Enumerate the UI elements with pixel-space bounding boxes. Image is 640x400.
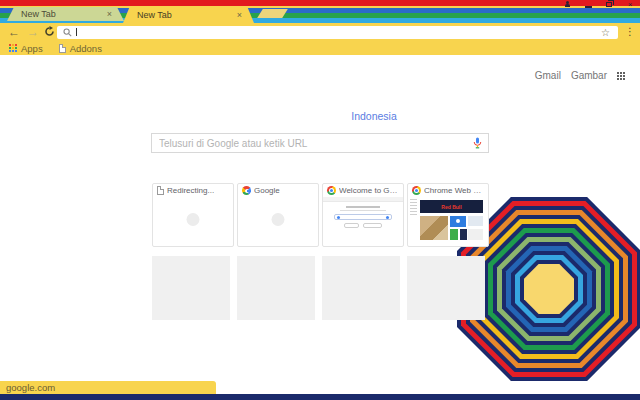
restore-button[interactable] <box>602 0 616 9</box>
bookmark-label: Apps <box>21 43 43 54</box>
grid-dot <box>617 75 619 77</box>
grid-dot <box>15 50 17 52</box>
minimize-icon <box>585 6 592 8</box>
empty-tile-slot <box>322 256 400 320</box>
grid-dot <box>15 44 17 46</box>
tab-close-icon[interactable]: × <box>107 9 112 19</box>
back-button[interactable]: ← <box>8 24 20 40</box>
most-visited-tile[interactable]: Chrome Web Store Red Bull <box>407 183 489 247</box>
window-bottom-edge <box>0 394 640 400</box>
microphone-icon[interactable] <box>473 137 482 149</box>
tab-title: New Tab <box>123 10 237 20</box>
preview-image <box>450 216 466 227</box>
browser-window: × New Tab × New Tab × ← → ☆ ⋮ Apps <box>0 0 640 400</box>
menu-icon[interactable]: ⋮ <box>625 25 635 39</box>
search-icon <box>63 28 72 37</box>
grid-dot <box>12 44 14 46</box>
toolbar: ← → ☆ ⋮ <box>0 23 640 41</box>
address-bar[interactable]: ☆ <box>57 26 618 39</box>
most-visited-tile[interactable]: Redirecting... <box>152 183 234 247</box>
window-controls: × <box>560 0 637 9</box>
tab-title: New Tab <box>7 9 107 19</box>
preview-sidebar <box>408 197 419 246</box>
bookmark-apps[interactable]: Apps <box>9 43 43 54</box>
grid-dot <box>617 72 619 74</box>
tab-active[interactable]: New Tab × <box>123 6 254 23</box>
tile-title: Chrome Web Store <box>424 186 484 195</box>
preview-buttons <box>323 223 403 228</box>
preview-text-line <box>340 210 386 211</box>
tab-close-icon[interactable]: × <box>237 10 242 20</box>
text-caret <box>76 28 77 36</box>
grid-dot <box>15 47 17 49</box>
octagon-ring <box>524 264 574 314</box>
preview-text-line <box>346 206 380 208</box>
images-link[interactable]: Gambar <box>571 70 607 81</box>
empty-tile-slot <box>237 256 315 320</box>
tile-header: Google <box>238 184 318 197</box>
grid-dot <box>617 78 619 80</box>
preview-image <box>468 216 483 226</box>
tile-thumbnail <box>153 197 233 246</box>
most-visited-tile[interactable]: Welcome to Google C <box>322 183 404 247</box>
most-visited-tile[interactable]: Google <box>237 183 319 247</box>
tile-title: Redirecting... <box>167 186 214 195</box>
grid-dot <box>9 50 11 52</box>
apps-grid-icon <box>9 44 17 52</box>
close-button[interactable]: × <box>623 0 637 9</box>
status-bar: google.com <box>0 381 216 394</box>
tile-header: Redirecting... <box>153 184 233 197</box>
preview-button <box>344 223 359 228</box>
preview-image <box>468 229 483 240</box>
preview-image <box>420 216 448 240</box>
preview-searchbar <box>334 214 392 220</box>
country-label: Indonesia <box>351 110 397 122</box>
forward-button[interactable]: → <box>27 24 39 40</box>
document-icon <box>157 186 164 195</box>
empty-tile-slot <box>407 256 485 320</box>
search-input[interactable] <box>152 138 473 149</box>
chrome-icon <box>327 186 336 195</box>
bookmark-addons[interactable]: Addons <box>59 43 102 54</box>
chrome-icon <box>412 186 421 195</box>
preview-image <box>460 229 467 240</box>
google-search-box <box>151 133 489 153</box>
preview-button <box>363 223 382 228</box>
tile-thumbnail <box>238 197 318 246</box>
placeholder-circle <box>272 213 285 226</box>
bookmark-label: Addons <box>70 43 102 54</box>
grid-dot <box>620 78 622 80</box>
google-apps-icon[interactable] <box>617 72 625 80</box>
preview-topbar <box>323 197 403 202</box>
tile-title: Google <box>254 186 280 195</box>
grid-dot <box>623 75 625 77</box>
grid-dot <box>12 50 14 52</box>
bookmark-star-icon[interactable]: ☆ <box>601 26 610 39</box>
restore-icon <box>606 2 612 7</box>
empty-tile-slot <box>152 256 230 320</box>
tile-title: Welcome to Google C <box>339 186 399 195</box>
tile-header: Chrome Web Store <box>408 184 488 197</box>
preview-banner: Red Bull <box>420 200 483 213</box>
reload-button[interactable] <box>44 26 55 37</box>
google-g-icon <box>242 186 251 195</box>
ntp-header-links: Gmail Gambar <box>535 70 625 81</box>
preview-image <box>450 229 458 240</box>
tile-header: Welcome to Google C <box>323 184 403 197</box>
tile-thumbnail <box>323 197 403 246</box>
placeholder-circle <box>187 213 200 226</box>
minimize-button[interactable] <box>581 0 595 9</box>
bookmarks-bar: Apps Addons <box>0 41 640 55</box>
person-icon <box>565 2 570 7</box>
grid-dot <box>9 47 11 49</box>
tile-thumbnail: Red Bull <box>408 197 488 246</box>
grid-dot <box>623 72 625 74</box>
document-icon <box>59 44 66 53</box>
grid-dot <box>620 75 622 77</box>
gmail-link[interactable]: Gmail <box>535 70 561 81</box>
grid-dot <box>623 78 625 80</box>
tab-inactive[interactable]: New Tab × <box>7 7 124 21</box>
grid-dot <box>9 44 11 46</box>
close-icon: × <box>628 0 633 9</box>
profile-icon[interactable] <box>560 0 574 9</box>
